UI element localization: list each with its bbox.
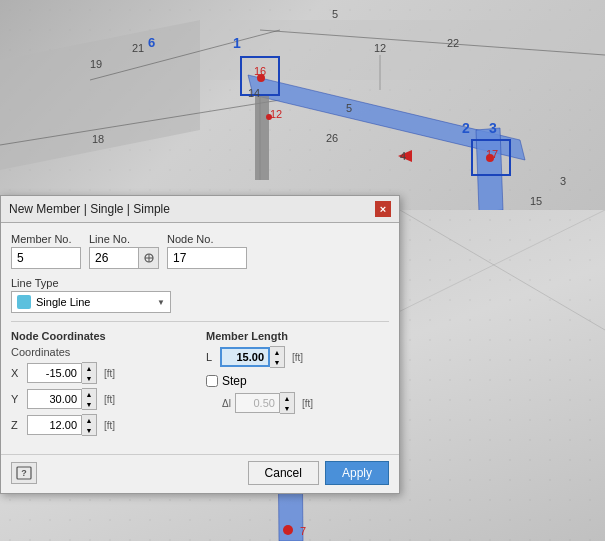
l-input[interactable] xyxy=(220,347,270,367)
node-coordinates-header: Node Coordinates xyxy=(11,330,194,342)
line-type-color-indicator xyxy=(17,295,31,309)
coord-row-z: Z ▲ ▼ [ft] xyxy=(11,414,194,436)
line-type-label: Line Type xyxy=(11,277,171,289)
member-length-section: Member Length L ▲ ▼ [ft] xyxy=(206,330,389,440)
line-no-input[interactable] xyxy=(89,247,139,269)
z-label: Z xyxy=(11,419,23,431)
y-spin-down[interactable]: ▼ xyxy=(82,399,96,409)
x-input[interactable] xyxy=(27,363,82,383)
z-spinners: ▲ ▼ xyxy=(82,414,97,436)
l-unit: [ft] xyxy=(292,352,303,363)
form-row-linetype: Line Type Single Line ▼ xyxy=(11,277,389,313)
x-spin-up[interactable]: ▲ xyxy=(82,363,96,373)
x-spin-down[interactable]: ▼ xyxy=(82,373,96,383)
line-type-group: Line Type Single Line ▼ xyxy=(11,277,171,313)
svg-text:14: 14 xyxy=(248,87,260,99)
footer-left: ? xyxy=(11,462,37,484)
scene-svg-top: 5 1 21 6 19 12 22 16 14 5 12 18 26 2 3 1… xyxy=(0,0,605,210)
form-row-top: Member No. Line No. Node xyxy=(11,233,389,269)
y-spinners: ▲ ▼ xyxy=(82,388,97,410)
step-checkbox[interactable] xyxy=(206,375,218,387)
node-no-label: Node No. xyxy=(167,233,247,245)
x-label: X xyxy=(11,367,23,379)
svg-text:16: 16 xyxy=(254,65,266,77)
z-input-wrap: ▲ ▼ xyxy=(27,414,97,436)
delta-input-wrap: ▲ ▼ xyxy=(235,392,295,414)
z-unit: [ft] xyxy=(104,420,115,431)
delta-spin-up[interactable]: ▲ xyxy=(280,393,294,403)
l-input-wrap: ▲ ▼ xyxy=(220,346,285,368)
svg-text:12: 12 xyxy=(374,42,386,54)
line-no-label: Line No. xyxy=(89,233,159,245)
svg-text:21: 21 xyxy=(132,42,144,54)
node-no-group: Node No. xyxy=(167,233,247,269)
svg-text:2: 2 xyxy=(462,120,470,136)
delta-spin-down[interactable]: ▼ xyxy=(280,403,294,413)
dropdown-arrow-icon: ▼ xyxy=(157,298,165,307)
member-no-input[interactable] xyxy=(11,247,81,269)
svg-text:3: 3 xyxy=(489,120,497,136)
dialog-titlebar: New Member | Single | Simple × xyxy=(1,196,399,223)
l-spin-down[interactable]: ▼ xyxy=(270,357,284,367)
delta-unit: [ft] xyxy=(302,398,313,409)
svg-text:3: 3 xyxy=(560,175,566,187)
member-length-header: Member Length xyxy=(206,330,389,342)
member-no-label: Member No. xyxy=(11,233,81,245)
svg-point-46 xyxy=(283,525,293,535)
svg-text:7: 7 xyxy=(300,525,306,537)
line-no-group: Line No. xyxy=(89,233,159,269)
scene-top: 5 1 21 6 19 12 22 16 14 5 12 18 26 2 3 1… xyxy=(0,0,605,210)
coord-row-x: X ▲ ▼ [ft] xyxy=(11,362,194,384)
y-unit: [ft] xyxy=(104,394,115,405)
svg-text:17: 17 xyxy=(486,148,498,160)
step-row: Step xyxy=(206,374,389,388)
l-spinners: ▲ ▼ xyxy=(270,346,285,368)
svg-text:?: ? xyxy=(21,468,27,478)
length-row-l: L ▲ ▼ [ft] xyxy=(206,346,389,368)
z-spin-up[interactable]: ▲ xyxy=(82,415,96,425)
x-input-wrap: ▲ ▼ xyxy=(27,362,97,384)
cancel-button[interactable]: Cancel xyxy=(248,461,319,485)
x-unit: [ft] xyxy=(104,368,115,379)
dialog: New Member | Single | Simple × Member No… xyxy=(0,195,400,494)
dialog-body: Member No. Line No. Node xyxy=(1,223,399,450)
z-spin-down[interactable]: ▼ xyxy=(82,425,96,435)
two-col-section: Node Coordinates Coordinates X ▲ ▼ [ft] xyxy=(11,330,389,440)
svg-text:4: 4 xyxy=(400,150,406,162)
line-type-value: Single Line xyxy=(36,296,157,308)
svg-text:26: 26 xyxy=(326,132,338,144)
svg-text:1: 1 xyxy=(233,35,241,51)
line-no-input-wrap xyxy=(89,247,159,269)
x-spinners: ▲ ▼ xyxy=(82,362,97,384)
l-spin-up[interactable]: ▲ xyxy=(270,347,284,357)
dialog-footer: ? Cancel Apply xyxy=(1,454,399,493)
member-no-group: Member No. xyxy=(11,233,81,269)
help-icon-button[interactable]: ? xyxy=(11,462,37,484)
node-coordinates-section: Node Coordinates Coordinates X ▲ ▼ [ft] xyxy=(11,330,194,440)
svg-text:22: 22 xyxy=(447,37,459,49)
delta-row: Δl ▲ ▼ [ft] xyxy=(222,392,389,414)
svg-rect-11 xyxy=(255,95,269,180)
coord-row-y: Y ▲ ▼ [ft] xyxy=(11,388,194,410)
question-icon: ? xyxy=(16,466,32,480)
line-no-pick-button[interactable] xyxy=(139,247,159,269)
svg-text:5: 5 xyxy=(332,8,338,20)
y-input-wrap: ▲ ▼ xyxy=(27,388,97,410)
line-type-select[interactable]: Single Line ▼ xyxy=(11,291,171,313)
svg-text:19: 19 xyxy=(90,58,102,70)
delta-label: Δl xyxy=(222,398,231,409)
dialog-close-button[interactable]: × xyxy=(375,201,391,217)
z-input[interactable] xyxy=(27,415,82,435)
l-label: L xyxy=(206,351,216,363)
delta-input[interactable] xyxy=(235,393,280,413)
delta-spinners: ▲ ▼ xyxy=(280,392,295,414)
y-spin-up[interactable]: ▲ xyxy=(82,389,96,399)
apply-button[interactable]: Apply xyxy=(325,461,389,485)
dialog-title: New Member | Single | Simple xyxy=(9,202,170,216)
node-no-input[interactable] xyxy=(167,247,247,269)
svg-text:5: 5 xyxy=(346,102,352,114)
section-divider-1 xyxy=(11,321,389,322)
y-label: Y xyxy=(11,393,23,405)
y-input[interactable] xyxy=(27,389,82,409)
coordinates-sublabel: Coordinates xyxy=(11,346,194,358)
